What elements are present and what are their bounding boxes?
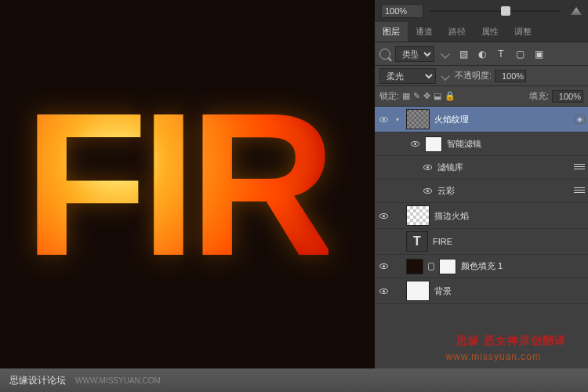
visibility-toggle[interactable] (378, 285, 389, 296)
layer-clouds[interactable]: 云彩 (375, 180, 588, 203)
layer-thumbnail[interactable] (406, 109, 430, 129)
layer-name: FIRE (433, 237, 585, 246)
search-icon (379, 49, 390, 60)
layer-name: 智能滤镜 (447, 138, 585, 150)
lock-label: 锁定: (379, 90, 399, 102)
layer-flame-texture[interactable]: ▾ 火焰纹理 ◈ (375, 107, 588, 132)
layer-filter-gallery[interactable]: 滤镜库 (375, 156, 588, 180)
chevron-down-icon (441, 71, 449, 80)
canvas-area: FIR (0, 0, 375, 368)
visibility-toggle[interactable] (422, 162, 433, 173)
lock-move-icon[interactable]: ✥ (423, 91, 430, 101)
layer-name: 云彩 (437, 185, 569, 197)
tab-channels[interactable]: 通道 (408, 22, 441, 42)
layer-name: 火焰纹理 (434, 114, 570, 125)
layer-smart-filters[interactable]: 智能滤镜 (375, 132, 588, 156)
histogram-icon (571, 7, 582, 15)
layer-name: 滤镜库 (437, 162, 569, 173)
layers-list: ▾ 火焰纹理 ◈ 智能滤镜 滤镜库 云彩 描边火焰 (375, 107, 588, 368)
eye-icon (423, 188, 432, 194)
zoom-bar (375, 0, 588, 22)
filter-pixel-icon[interactable]: ▧ (456, 47, 470, 61)
layer-fire-text[interactable]: T FIRE (375, 229, 588, 255)
lock-transparent-icon[interactable]: ▦ (402, 91, 410, 101)
fill-label: 填充: (529, 90, 549, 102)
fill-thumbnail[interactable] (406, 259, 423, 274)
opacity-input[interactable] (495, 70, 526, 82)
visibility-toggle[interactable] (378, 114, 389, 125)
footer-url: WWW.MISSYUAN.COM (75, 376, 161, 385)
watermark-line2: www.missyuan.com (446, 351, 541, 362)
eye-icon (379, 263, 388, 269)
layer-name: 背景 (434, 285, 585, 297)
filter-adjust-icon[interactable]: ◐ (475, 47, 489, 61)
opacity-label: 不透明度: (455, 70, 492, 82)
filter-shape-icon[interactable]: ▢ (513, 47, 527, 61)
filter-options-icon[interactable] (574, 187, 585, 195)
eye-icon (379, 289, 388, 294)
visibility-toggle[interactable] (378, 236, 389, 247)
visibility-toggle[interactable] (378, 261, 389, 272)
layer-filter-row: 类型 ▧ ◐ T ▢ ▣ (375, 42, 588, 66)
layer-name: 描边火焰 (434, 210, 585, 222)
eye-icon (423, 165, 432, 170)
footer-bar: 思缘设计论坛 WWW.MISSYUAN.COM (0, 368, 588, 392)
lock-brush-icon[interactable]: ✎ (413, 91, 420, 101)
link-mask-icon[interactable] (428, 263, 434, 270)
lock-all-icon[interactable]: 🔒 (445, 91, 456, 101)
blend-mode-select[interactable]: 柔光 (379, 68, 436, 84)
panel-tabs: 图层 通道 路径 属性 调整 (375, 22, 588, 42)
eye-icon (379, 213, 388, 219)
visibility-toggle[interactable] (422, 186, 433, 197)
right-panel: 图层 通道 路径 属性 调整 类型 ▧ ◐ T ▢ ▣ 柔光 不透明度: 锁定:… (375, 0, 588, 368)
fire-text-render: FIR (24, 67, 328, 302)
filter-kind-select[interactable]: 类型 (395, 46, 434, 62)
layer-thumbnail[interactable] (406, 281, 430, 301)
filter-options-icon[interactable] (574, 164, 585, 172)
tab-layers[interactable]: 图层 (375, 22, 408, 42)
disclosure-toggle[interactable]: ▾ (394, 115, 401, 123)
fill-input[interactable] (552, 90, 583, 103)
visibility-toggle[interactable] (409, 139, 420, 150)
lock-artboard-icon[interactable]: ⬓ (434, 91, 441, 101)
zoom-slider[interactable] (430, 5, 560, 16)
footer-brand: 思缘设计论坛 (9, 374, 66, 387)
layer-stroke-flame[interactable]: 描边火焰 (375, 203, 588, 229)
visibility-toggle[interactable] (378, 210, 389, 221)
watermark-line1: 思缘 恶女神原创翻译 (456, 334, 566, 348)
zoom-select[interactable] (381, 4, 423, 18)
layer-thumbnail[interactable] (406, 205, 430, 226)
layer-name: 颜色填充 1 (461, 260, 585, 272)
eye-icon (411, 141, 419, 147)
chevron-down-icon (441, 49, 449, 58)
layer-color-fill[interactable]: 颜色填充 1 (375, 255, 588, 278)
lock-row: 锁定: ▦ ✎ ✥ ⬓ 🔒 填充: (375, 86, 588, 107)
filter-smart-icon[interactable]: ▣ (532, 47, 546, 61)
type-layer-icon: T (406, 231, 428, 252)
tab-paths[interactable]: 路径 (441, 22, 474, 42)
eye-icon (379, 117, 388, 122)
smart-object-badge: ◈ (575, 114, 585, 124)
tab-adjustments[interactable]: 调整 (506, 22, 539, 42)
blend-mode-row: 柔光 不透明度: (375, 66, 588, 86)
mask-thumbnail[interactable] (439, 259, 456, 274)
tab-properties[interactable]: 属性 (474, 22, 506, 42)
filter-mask-thumbnail[interactable] (425, 136, 442, 152)
filter-type-icon[interactable]: T (494, 47, 508, 61)
layer-background[interactable]: 背景 (375, 278, 588, 304)
